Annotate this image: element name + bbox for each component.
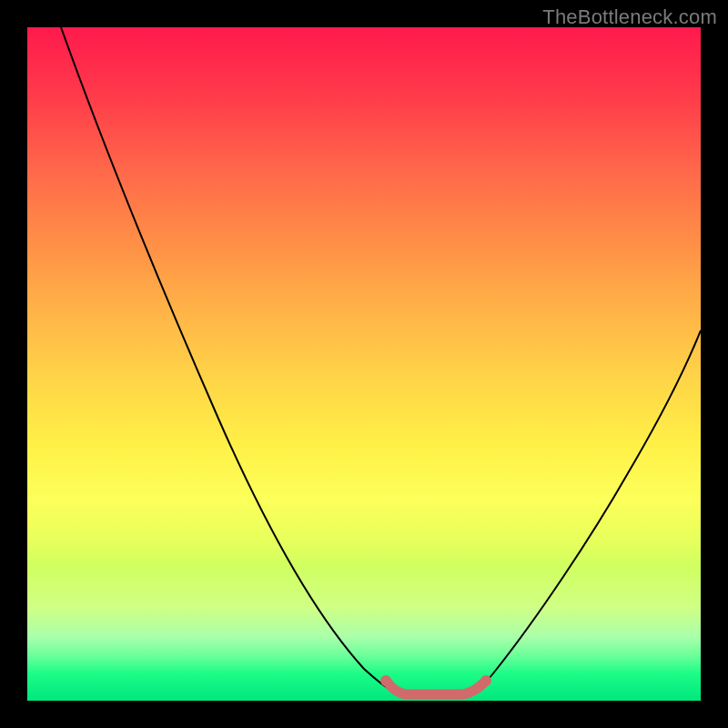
watermark-text: TheBottleneck.com <box>542 5 717 29</box>
chart-frame: TheBottleneck.com <box>0 0 728 728</box>
plot-area-gradient <box>27 27 701 701</box>
